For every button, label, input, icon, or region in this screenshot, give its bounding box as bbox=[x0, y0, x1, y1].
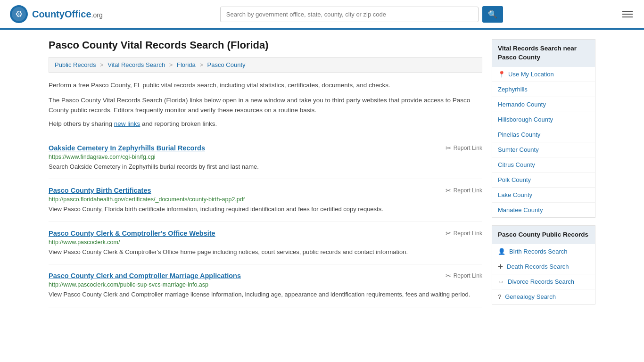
breadcrumb-pasco[interactable]: Pasco County bbox=[207, 61, 246, 68]
report-link-1[interactable]: ✂ Report Link bbox=[446, 187, 482, 194]
record-title-3[interactable]: Pasco County Clerk and Comptroller Marri… bbox=[49, 272, 241, 280]
logo-area: ⚙ CountyOffice.org bbox=[9, 5, 103, 24]
new-links[interactable]: new links bbox=[114, 120, 140, 127]
share-text: Help others by sharing new links and rep… bbox=[49, 120, 482, 127]
public-record-label-3: Genealogy Search bbox=[505, 293, 556, 300]
nearby-item-3[interactable]: Pinellas County bbox=[492, 127, 595, 142]
breadcrumb-florida[interactable]: Florida bbox=[177, 61, 196, 68]
public-record-label-0: Birth Records Search bbox=[509, 248, 568, 255]
record-item: Oakside Cemetery In Zephyrhills Burial R… bbox=[49, 137, 482, 180]
public-record-icon-0: 👤 bbox=[498, 248, 505, 255]
record-header: Pasco County Clerk and Comptroller Marri… bbox=[49, 272, 482, 280]
breadcrumb-sep: > bbox=[100, 61, 104, 68]
public-record-icon-1: ✚ bbox=[498, 263, 503, 270]
nearby-item-7[interactable]: Lake County bbox=[492, 188, 595, 203]
record-item: Pasco County Clerk & Comptroller's Offic… bbox=[49, 222, 482, 265]
report-icon: ✂ bbox=[446, 230, 451, 237]
nearby-section: Vital Records Search near Pasco County 📍… bbox=[492, 39, 595, 218]
record-url-1[interactable]: http://pasco.floridahealth.gov/certifica… bbox=[49, 196, 482, 203]
record-title-2[interactable]: Pasco County Clerk & Comptroller's Offic… bbox=[49, 230, 215, 237]
nearby-list: ZephyrhillsHernando CountyHillsborough C… bbox=[492, 82, 595, 217]
menu-line bbox=[622, 14, 633, 15]
search-icon: 🔍 bbox=[488, 10, 497, 18]
sidebar: Vital Records Search near Pasco County 📍… bbox=[492, 39, 595, 312]
record-desc-2: View Pasco County Clerk & Comptroller's … bbox=[49, 247, 482, 257]
public-record-item-2[interactable]: ↔Divorce Records Search bbox=[492, 274, 595, 289]
content-area: Pasco County Vital Records Search (Flori… bbox=[49, 39, 482, 312]
site-logo-icon: ⚙ bbox=[9, 5, 28, 24]
record-title-1[interactable]: Pasco County Birth Certificates bbox=[49, 187, 151, 194]
public-records-list: 👤Birth Records Search✚Death Records Sear… bbox=[492, 244, 595, 304]
menu-line bbox=[622, 16, 633, 17]
svg-text:⚙: ⚙ bbox=[15, 9, 23, 19]
description-2: The Pasco County Vital Records Search (F… bbox=[49, 95, 482, 115]
nearby-item-0[interactable]: Zephyrhills bbox=[492, 82, 595, 97]
record-desc-3: View Pasco County Clerk and Comptroller … bbox=[49, 290, 482, 299]
record-url-0[interactable]: https://www.findagrave.com/cgi-bin/fg.cg… bbox=[49, 154, 482, 160]
record-title-0[interactable]: Oakside Cemetery In Zephyrhills Burial R… bbox=[49, 144, 205, 152]
report-icon: ✂ bbox=[446, 144, 451, 152]
search-button[interactable]: 🔍 bbox=[482, 6, 503, 23]
breadcrumb-public-records[interactable]: Public Records bbox=[55, 61, 96, 68]
report-link-3[interactable]: ✂ Report Link bbox=[446, 272, 482, 280]
search-input[interactable] bbox=[220, 7, 479, 22]
record-header: Oakside Cemetery In Zephyrhills Burial R… bbox=[49, 144, 482, 152]
location-icon: 📍 bbox=[498, 71, 505, 78]
record-url-2[interactable]: http://www.pascoclerk.com/ bbox=[49, 239, 482, 246]
breadcrumb-sep: > bbox=[199, 61, 203, 68]
menu-line bbox=[622, 11, 633, 12]
nearby-item-4[interactable]: Sumter County bbox=[492, 142, 595, 157]
logo-text: CountyOffice.org bbox=[32, 9, 103, 20]
records-list: Oakside Cemetery In Zephyrhills Burial R… bbox=[49, 137, 482, 307]
page-title: Pasco County Vital Records Search (Flori… bbox=[49, 39, 482, 51]
public-records-title: Pasco County Public Records bbox=[492, 226, 595, 244]
nearby-item-1[interactable]: Hernando County bbox=[492, 97, 595, 112]
use-location[interactable]: 📍 Use My Location bbox=[492, 67, 595, 82]
record-item: Pasco County Clerk and Comptroller Marri… bbox=[49, 264, 482, 307]
nearby-item-5[interactable]: Citrus County bbox=[492, 157, 595, 173]
report-icon: ✂ bbox=[446, 187, 451, 194]
public-record-icon-3: ? bbox=[498, 293, 501, 300]
record-desc-0: Search Oakside Cemetery in Zephyrhills b… bbox=[49, 162, 482, 172]
record-desc-1: View Pasco County, Florida birth certifi… bbox=[49, 205, 482, 214]
breadcrumb-sep: > bbox=[169, 61, 173, 68]
search-area: 🔍 bbox=[220, 6, 503, 23]
public-record-label-2: Divorce Records Search bbox=[508, 278, 574, 285]
nearby-item-8[interactable]: Manatee County bbox=[492, 203, 595, 217]
record-header: Pasco County Clerk & Comptroller's Offic… bbox=[49, 230, 482, 237]
public-records-section: Pasco County Public Records 👤Birth Recor… bbox=[492, 225, 595, 304]
public-record-item-1[interactable]: ✚Death Records Search bbox=[492, 259, 595, 274]
nearby-item-6[interactable]: Polk County bbox=[492, 173, 595, 188]
breadcrumb: Public Records > Vital Records Search > … bbox=[49, 57, 482, 73]
record-url-3[interactable]: http://www.pascoclerk.com/public-sup-svc… bbox=[49, 281, 482, 288]
breadcrumb-vital-records[interactable]: Vital Records Search bbox=[107, 61, 165, 68]
description-1: Perform a free Pasco County, FL public v… bbox=[49, 80, 482, 90]
report-link-2[interactable]: ✂ Report Link bbox=[446, 230, 482, 237]
public-record-item-0[interactable]: 👤Birth Records Search bbox=[492, 244, 595, 259]
nearby-item-2[interactable]: Hillsborough County bbox=[492, 112, 595, 127]
public-record-item-3[interactable]: ?Genealogy Search bbox=[492, 289, 595, 304]
public-record-label-1: Death Records Search bbox=[507, 263, 569, 270]
report-link-0[interactable]: ✂ Report Link bbox=[446, 144, 482, 152]
report-icon: ✂ bbox=[446, 272, 451, 280]
record-item: Pasco County Birth Certificates ✂ Report… bbox=[49, 179, 482, 222]
menu-button[interactable] bbox=[620, 9, 635, 19]
public-record-icon-2: ↔ bbox=[498, 278, 504, 285]
site-header: ⚙ CountyOffice.org 🔍 bbox=[0, 0, 644, 30]
main-container: Pasco County Vital Records Search (Flori… bbox=[39, 30, 605, 321]
nearby-title: Vital Records Search near Pasco County bbox=[492, 40, 595, 67]
record-header: Pasco County Birth Certificates ✂ Report… bbox=[49, 187, 482, 194]
